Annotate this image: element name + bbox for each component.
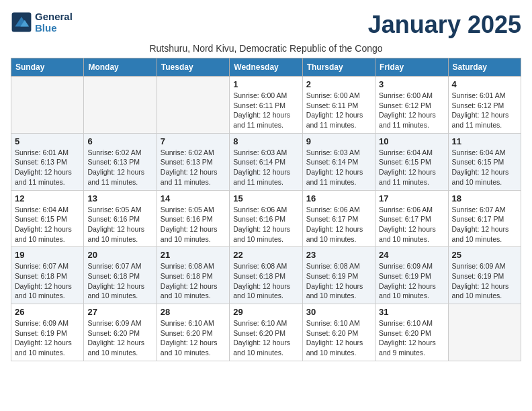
day-info: Sunrise: 6:10 AM Sunset: 6:20 PM Dayligh… <box>306 318 371 358</box>
day-info: Sunrise: 6:08 AM Sunset: 6:19 PM Dayligh… <box>306 261 371 301</box>
day-number: 23 <box>306 250 371 260</box>
calendar-cell: 12Sunrise: 6:04 AM Sunset: 6:15 PM Dayli… <box>11 190 84 247</box>
calendar-cell: 19Sunrise: 6:07 AM Sunset: 6:18 PM Dayli… <box>11 247 84 304</box>
calendar-cell: 27Sunrise: 6:09 AM Sunset: 6:20 PM Dayli… <box>84 304 157 361</box>
day-number: 12 <box>15 193 80 203</box>
calendar-week-row: 26Sunrise: 6:09 AM Sunset: 6:19 PM Dayli… <box>11 304 521 361</box>
day-info: Sunrise: 6:01 AM Sunset: 6:13 PM Dayligh… <box>15 148 80 187</box>
weekday-header: Wednesday <box>230 58 302 77</box>
calendar-cell: 11Sunrise: 6:04 AM Sunset: 6:15 PM Dayli… <box>448 133 521 190</box>
day-info: Sunrise: 6:00 AM Sunset: 6:12 PM Dayligh… <box>379 91 444 130</box>
day-number: 26 <box>15 307 80 317</box>
day-number: 27 <box>87 307 152 317</box>
calendar-cell: 7Sunrise: 6:02 AM Sunset: 6:13 PM Daylig… <box>157 133 229 190</box>
day-number: 19 <box>15 250 80 260</box>
day-number: 22 <box>233 250 298 260</box>
day-info: Sunrise: 6:04 AM Sunset: 6:15 PM Dayligh… <box>379 148 444 187</box>
day-number: 24 <box>379 250 444 260</box>
day-info: Sunrise: 6:01 AM Sunset: 6:12 PM Dayligh… <box>452 91 517 130</box>
calendar-cell: 30Sunrise: 6:10 AM Sunset: 6:20 PM Dayli… <box>302 304 375 361</box>
day-info: Sunrise: 6:10 AM Sunset: 6:20 PM Dayligh… <box>233 318 298 358</box>
calendar-cell: 6Sunrise: 6:02 AM Sunset: 6:13 PM Daylig… <box>84 133 157 190</box>
calendar-week-row: 12Sunrise: 6:04 AM Sunset: 6:15 PM Dayli… <box>11 190 521 247</box>
calendar-cell: 9Sunrise: 6:03 AM Sunset: 6:14 PM Daylig… <box>302 133 375 190</box>
calendar-cell: 31Sunrise: 6:10 AM Sunset: 6:20 PM Dayli… <box>375 304 448 361</box>
day-info: Sunrise: 6:09 AM Sunset: 6:19 PM Dayligh… <box>379 261 444 301</box>
calendar-cell: 22Sunrise: 6:08 AM Sunset: 6:18 PM Dayli… <box>230 247 302 304</box>
weekday-header: Friday <box>375 58 448 77</box>
calendar-cell: 23Sunrise: 6:08 AM Sunset: 6:19 PM Dayli… <box>302 247 375 304</box>
day-info: Sunrise: 6:00 AM Sunset: 6:11 PM Dayligh… <box>233 91 298 130</box>
title-area: January 2025 <box>368 11 521 39</box>
day-info: Sunrise: 6:00 AM Sunset: 6:11 PM Dayligh… <box>306 91 371 130</box>
day-number: 1 <box>233 79 298 89</box>
calendar-cell: 13Sunrise: 6:05 AM Sunset: 6:16 PM Dayli… <box>84 190 157 247</box>
day-number: 30 <box>306 307 371 317</box>
subtitle: Rutshuru, Nord Kivu, Democratic Republic… <box>11 43 521 54</box>
day-info: Sunrise: 6:06 AM Sunset: 6:16 PM Dayligh… <box>233 205 298 244</box>
day-number: 28 <box>161 307 226 317</box>
day-info: Sunrise: 6:05 AM Sunset: 6:16 PM Dayligh… <box>161 205 226 244</box>
calendar-cell: 25Sunrise: 6:09 AM Sunset: 6:19 PM Dayli… <box>448 247 521 304</box>
calendar-cell: 4Sunrise: 6:01 AM Sunset: 6:12 PM Daylig… <box>448 77 521 134</box>
weekday-header: Sunday <box>11 58 84 77</box>
day-number: 4 <box>452 79 517 89</box>
day-number: 8 <box>233 136 298 146</box>
day-number: 13 <box>87 193 152 203</box>
calendar-cell: 18Sunrise: 6:07 AM Sunset: 6:17 PM Dayli… <box>448 190 521 247</box>
month-title: January 2025 <box>368 11 521 39</box>
day-info: Sunrise: 6:03 AM Sunset: 6:14 PM Dayligh… <box>306 148 371 187</box>
logo-icon <box>11 11 32 33</box>
calendar-cell: 2Sunrise: 6:00 AM Sunset: 6:11 PM Daylig… <box>302 77 375 134</box>
calendar-week-row: 1Sunrise: 6:00 AM Sunset: 6:11 PM Daylig… <box>11 77 521 134</box>
header: General Blue January 2025 <box>11 11 521 39</box>
calendar-cell: 1Sunrise: 6:00 AM Sunset: 6:11 PM Daylig… <box>230 77 302 134</box>
calendar: SundayMondayTuesdayWednesdayThursdayFrid… <box>11 58 521 361</box>
calendar-cell: 29Sunrise: 6:10 AM Sunset: 6:20 PM Dayli… <box>230 304 302 361</box>
calendar-week-row: 19Sunrise: 6:07 AM Sunset: 6:18 PM Dayli… <box>11 247 521 304</box>
calendar-cell: 14Sunrise: 6:05 AM Sunset: 6:16 PM Dayli… <box>157 190 229 247</box>
day-info: Sunrise: 6:07 AM Sunset: 6:18 PM Dayligh… <box>15 261 80 301</box>
day-info: Sunrise: 6:05 AM Sunset: 6:16 PM Dayligh… <box>87 205 152 244</box>
calendar-cell <box>84 77 157 134</box>
day-info: Sunrise: 6:09 AM Sunset: 6:19 PM Dayligh… <box>15 318 80 358</box>
day-info: Sunrise: 6:06 AM Sunset: 6:17 PM Dayligh… <box>306 205 371 244</box>
day-number: 29 <box>233 307 298 317</box>
day-number: 15 <box>233 193 298 203</box>
day-number: 17 <box>379 193 444 203</box>
day-number: 6 <box>87 136 152 146</box>
day-info: Sunrise: 6:09 AM Sunset: 6:20 PM Dayligh… <box>87 318 152 358</box>
day-number: 18 <box>452 193 517 203</box>
day-info: Sunrise: 6:08 AM Sunset: 6:18 PM Dayligh… <box>161 261 226 301</box>
calendar-cell: 26Sunrise: 6:09 AM Sunset: 6:19 PM Dayli… <box>11 304 84 361</box>
weekday-header: Thursday <box>302 58 375 77</box>
calendar-cell: 15Sunrise: 6:06 AM Sunset: 6:16 PM Dayli… <box>230 190 302 247</box>
calendar-cell: 20Sunrise: 6:07 AM Sunset: 6:18 PM Dayli… <box>84 247 157 304</box>
day-info: Sunrise: 6:02 AM Sunset: 6:13 PM Dayligh… <box>87 148 152 187</box>
calendar-cell: 5Sunrise: 6:01 AM Sunset: 6:13 PM Daylig… <box>11 133 84 190</box>
calendar-cell: 17Sunrise: 6:06 AM Sunset: 6:17 PM Dayli… <box>375 190 448 247</box>
day-info: Sunrise: 6:09 AM Sunset: 6:19 PM Dayligh… <box>452 261 517 301</box>
calendar-week-row: 5Sunrise: 6:01 AM Sunset: 6:13 PM Daylig… <box>11 133 521 190</box>
day-number: 14 <box>161 193 226 203</box>
calendar-cell <box>157 77 229 134</box>
calendar-cell: 24Sunrise: 6:09 AM Sunset: 6:19 PM Dayli… <box>375 247 448 304</box>
day-number: 3 <box>379 79 444 89</box>
day-info: Sunrise: 6:03 AM Sunset: 6:14 PM Dayligh… <box>233 148 298 187</box>
weekday-header-row: SundayMondayTuesdayWednesdayThursdayFrid… <box>11 58 521 77</box>
day-info: Sunrise: 6:08 AM Sunset: 6:18 PM Dayligh… <box>233 261 298 301</box>
day-number: 21 <box>161 250 226 260</box>
calendar-cell: 16Sunrise: 6:06 AM Sunset: 6:17 PM Dayli… <box>302 190 375 247</box>
calendar-cell: 3Sunrise: 6:00 AM Sunset: 6:12 PM Daylig… <box>375 77 448 134</box>
day-number: 16 <box>306 193 371 203</box>
weekday-header: Monday <box>84 58 157 77</box>
logo-text: General Blue <box>35 11 73 34</box>
day-info: Sunrise: 6:04 AM Sunset: 6:15 PM Dayligh… <box>452 148 517 187</box>
day-info: Sunrise: 6:07 AM Sunset: 6:17 PM Dayligh… <box>452 205 517 244</box>
calendar-cell: 10Sunrise: 6:04 AM Sunset: 6:15 PM Dayli… <box>375 133 448 190</box>
day-number: 31 <box>379 307 444 317</box>
weekday-header: Saturday <box>448 58 521 77</box>
day-info: Sunrise: 6:10 AM Sunset: 6:20 PM Dayligh… <box>379 318 444 358</box>
day-info: Sunrise: 6:10 AM Sunset: 6:20 PM Dayligh… <box>161 318 226 358</box>
day-info: Sunrise: 6:06 AM Sunset: 6:17 PM Dayligh… <box>379 205 444 244</box>
